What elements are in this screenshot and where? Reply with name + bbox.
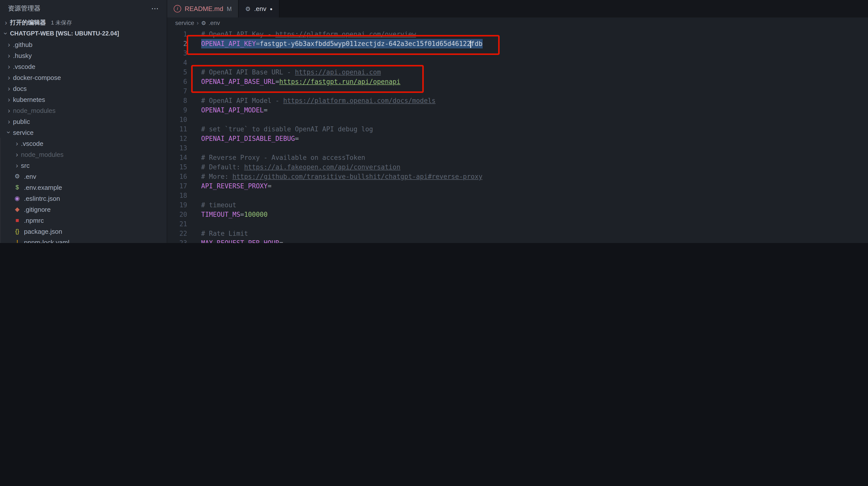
editor-line[interactable]: 12OPENAI_API_DISABLE_DEBUG= xyxy=(167,134,868,143)
line-number: 21 xyxy=(167,219,201,229)
line-number: 19 xyxy=(167,200,201,210)
chevron-right-icon: › xyxy=(5,106,13,114)
editor-tab-bar: i README.md M ⚙ .env ● xyxy=(167,0,868,18)
tree-folder-kubernetes[interactable]: ›kubernetes xyxy=(0,94,167,105)
tree-file-.eslintrc.json[interactable]: ◉.eslintrc.json xyxy=(0,193,167,204)
more-actions-icon[interactable]: ⋯ xyxy=(151,4,159,13)
tree-file-.gitignore[interactable]: ◆.gitignore xyxy=(0,204,167,215)
tree-folder-node_modules[interactable]: ›node_modules xyxy=(0,149,167,160)
file-tree: ›.github›.husky›.vscode›docker-compose›d… xyxy=(0,39,167,243)
tree-folder-node_modules[interactable]: ›node_modules xyxy=(0,105,167,116)
root-folder-label: CHATGPT-WEB [WSL: UBUNTU-22.04] xyxy=(10,30,119,37)
tree-file-.env[interactable]: ⚙.env xyxy=(0,171,167,182)
line-number: 22 xyxy=(167,229,201,238)
tree-file-.npmrc[interactable]: ■.npmrc xyxy=(0,215,167,226)
editor-line[interactable]: 23MAX_REQUEST_PER_HOUR= xyxy=(167,238,868,243)
breadcrumb-file[interactable]: .env xyxy=(209,20,220,26)
tab-label: README.md xyxy=(185,5,223,12)
tree-item-label: public xyxy=(13,118,30,125)
tree-folder-docker-compose[interactable]: ›docker-compose xyxy=(0,72,167,83)
tree-folder-.vscode[interactable]: ›.vscode xyxy=(0,61,167,72)
line-number: 16 xyxy=(167,172,201,181)
editor-line[interactable]: 6OPENAI_API_BASE_URL=https://fastgpt.run… xyxy=(167,77,868,86)
line-number: 23 xyxy=(167,238,201,243)
chevron-right-icon: › xyxy=(5,84,13,92)
line-number: 4 xyxy=(167,58,201,67)
root-folder-section-header[interactable]: › CHATGPT-WEB [WSL: UBUNTU-22.04] xyxy=(0,28,167,39)
editor-line[interactable]: 15# Default: https://ai.fakeopen.com/api… xyxy=(167,162,868,172)
editor-line[interactable]: 10 xyxy=(167,115,868,124)
tree-item-label: pnpm-lock.yaml xyxy=(24,238,69,243)
breadcrumb: service › ⚙ .env xyxy=(167,18,868,28)
editor-line[interactable]: 3 xyxy=(167,49,868,58)
chevron-right-icon: › xyxy=(5,40,13,49)
chevron-right-icon: › xyxy=(13,139,21,147)
editor-line-text: OPENAI_API_KEY=fastgpt-y6b3axfbdd5wyp011… xyxy=(201,39,483,49)
editor-line[interactable]: 22# Rate Limit xyxy=(167,229,868,238)
editor-lines: 1# OpenAI API Key - https://platform.ope… xyxy=(167,29,868,243)
line-number: 17 xyxy=(167,181,201,191)
editor-line[interactable]: 7 xyxy=(167,86,868,96)
tree-folder-.vscode[interactable]: ›.vscode xyxy=(0,138,167,149)
tree-item-label: kubernetes xyxy=(13,96,45,103)
tree-item-label: .github xyxy=(13,41,32,48)
editor-line[interactable]: 14# Reverse Proxy - Available on accessT… xyxy=(167,153,868,162)
tree-folder-docs[interactable]: ›docs xyxy=(0,83,167,94)
tree-item-label: .husky xyxy=(13,52,32,59)
editor-line[interactable]: 11# set `true` to disable OpenAI API deb… xyxy=(167,124,868,134)
explorer-title: 资源管理器 xyxy=(8,4,40,13)
open-editors-section-header[interactable]: › 打开的编辑器 1 未保存 xyxy=(0,17,167,28)
editor-line[interactable]: 1# OpenAI API Key - https://platform.ope… xyxy=(167,29,868,39)
editor-line-text: API_REVERSE_PROXY= xyxy=(201,181,272,191)
editor-line-text: # set `true` to disable OpenAI API debug… xyxy=(201,124,373,134)
dollar-icon: $ xyxy=(13,184,22,191)
tab-readme-md[interactable]: i README.md M xyxy=(167,0,239,18)
tree-folder-src[interactable]: ›src xyxy=(0,160,167,171)
tree-item-label: .env.example xyxy=(24,183,62,191)
editor-line-text: # Reverse Proxy - Available on accessTok… xyxy=(201,153,365,162)
editor-line[interactable]: 8# OpenAI API Model - https://platform.o… xyxy=(167,96,868,105)
line-number: 1 xyxy=(167,29,201,39)
braces-yellow-icon: {} xyxy=(13,228,22,235)
editor-line[interactable]: 9OPENAI_API_MODEL= xyxy=(167,105,868,115)
gear-icon: ⚙ xyxy=(13,173,22,180)
editor-line[interactable]: 18 xyxy=(167,191,868,200)
editor-line-text: # OpenAI API Model - https://platform.op… xyxy=(201,96,435,105)
editor-line[interactable]: 19# timeout xyxy=(167,200,868,210)
line-number: 20 xyxy=(167,210,201,219)
code-editor[interactable]: 1# OpenAI API Key - https://platform.ope… xyxy=(167,28,868,243)
editor-line-text: # OpenAI API Base URL - https://api.open… xyxy=(201,67,381,77)
tree-item-label: .eslintrc.json xyxy=(24,195,60,202)
tree-item-label: docker-compose xyxy=(13,74,61,81)
editor-line[interactable]: 2OPENAI_API_KEY=fastgpt-y6b3axfbdd5wyp01… xyxy=(167,39,868,49)
tree-folder-.github[interactable]: ›.github xyxy=(0,39,167,50)
editor-line[interactable]: 4 xyxy=(167,58,868,67)
tab-env[interactable]: ⚙ .env ● xyxy=(239,0,280,18)
chevron-down-icon: › xyxy=(2,29,10,37)
editor-line[interactable]: 5# OpenAI API Base URL - https://api.ope… xyxy=(167,67,868,77)
chevron-right-icon: › xyxy=(2,19,10,26)
tree-folder-.husky[interactable]: ›.husky xyxy=(0,50,167,61)
git-icon: ◆ xyxy=(13,206,22,213)
chevron-right-icon: › xyxy=(5,62,13,70)
editor-line[interactable]: 21 xyxy=(167,219,868,229)
tree-folder-service[interactable]: ›service xyxy=(0,127,167,138)
editor-line[interactable]: 13 xyxy=(167,143,868,153)
editor-line-text: OPENAI_API_DISABLE_DEBUG= xyxy=(201,134,299,143)
tree-file-.env.example[interactable]: $.env.example xyxy=(0,182,167,193)
chevron-down-icon: › xyxy=(5,128,13,136)
editor-line[interactable]: 17API_REVERSE_PROXY= xyxy=(167,181,868,191)
editor-line-text: # Rate Limit xyxy=(201,229,248,238)
line-number: 10 xyxy=(167,115,201,124)
editor-group: i README.md M ⚙ .env ● service › ⚙ .env … xyxy=(167,0,868,243)
tree-item-label: .vscode xyxy=(21,140,43,147)
line-number: 12 xyxy=(167,134,201,143)
editor-line[interactable]: 16# More: https://github.com/transitive-… xyxy=(167,172,868,181)
explorer-header: 资源管理器 ⋯ xyxy=(0,0,167,17)
editor-line[interactable]: 20TIMEOUT_MS=100000 xyxy=(167,210,868,219)
breadcrumb-folder[interactable]: service xyxy=(175,20,194,26)
tree-file-package.json[interactable]: {}package.json xyxy=(0,226,167,237)
line-number: 7 xyxy=(167,86,201,96)
tree-folder-public[interactable]: ›public xyxy=(0,116,167,127)
tree-file-pnpm-lock.yaml[interactable]: !pnpm-lock.yaml xyxy=(0,237,167,243)
